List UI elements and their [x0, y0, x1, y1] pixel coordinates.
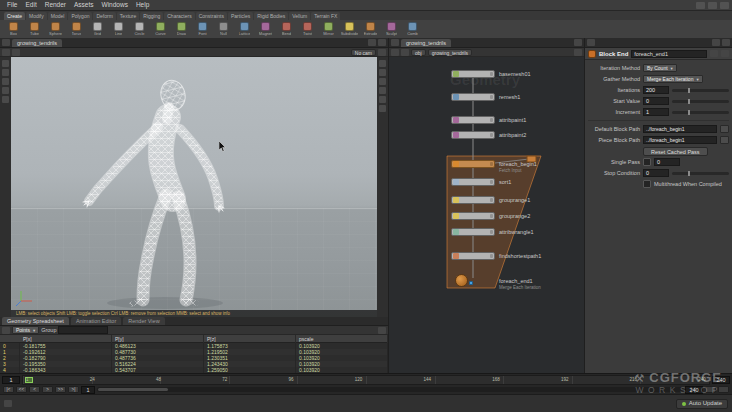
shelf-tool-sculpt[interactable]: Sculpt — [382, 22, 401, 36]
shading-mode-icon[interactable] — [379, 69, 386, 76]
shelf-tool-grid[interactable]: Grid — [88, 22, 107, 36]
shelf-tool-box[interactable]: Box — [4, 22, 23, 36]
shelf-tab-deform[interactable]: Deform — [93, 12, 115, 20]
shelf-tool-bend[interactable]: Bend — [277, 22, 296, 36]
node-grouprange2[interactable] — [451, 212, 495, 220]
fast-forward-button[interactable]: >> — [55, 386, 66, 393]
pin-icon[interactable] — [574, 49, 582, 56]
node-flags[interactable] — [490, 180, 493, 184]
spreadsheet-table[interactable]: P[x]P[y]P[z]pscale 0-0.1817550.4861231.1… — [0, 335, 388, 373]
view-tool-icon[interactable] — [2, 60, 9, 67]
autosave-icon[interactable] — [696, 2, 705, 9]
pane-menu-icon[interactable] — [587, 39, 595, 46]
spreadsheet-tab-1[interactable]: Animation Editor — [71, 317, 121, 325]
node-findshortestpath1[interactable] — [451, 252, 495, 260]
node-basemesh01[interactable] — [451, 70, 495, 78]
increment-field[interactable]: 1 — [643, 108, 669, 116]
node-flags[interactable] — [490, 230, 493, 234]
node-flags[interactable] — [490, 254, 493, 258]
pane-maximize-icon[interactable] — [378, 39, 386, 46]
node-attribpaint1[interactable] — [451, 116, 495, 124]
piece-block-path-field[interactable]: ../foreach_begin1 — [643, 136, 717, 144]
end-frame-field[interactable]: 240 — [712, 376, 730, 384]
node-chooser-button[interactable] — [720, 125, 729, 133]
scene-view-tab[interactable]: growing_tendrils — [12, 39, 62, 47]
current-frame-field[interactable]: 1 — [2, 376, 20, 384]
shelf-tab-rigging[interactable]: Rigging — [140, 12, 163, 20]
node-flags[interactable] — [490, 133, 493, 137]
pane-split-icon[interactable] — [368, 39, 376, 46]
iterations-field[interactable]: 200 — [643, 86, 669, 94]
node-grouprange1[interactable] — [451, 196, 495, 204]
path-node[interactable]: growing_tendrils — [428, 49, 472, 56]
rotate-tool-icon[interactable] — [2, 87, 9, 94]
camera-view-icon[interactable] — [379, 105, 386, 112]
increment-slider[interactable] — [672, 111, 729, 114]
iteration-method-select[interactable]: By Count — [643, 64, 677, 72]
path-obj[interactable]: obj — [411, 49, 426, 56]
pane-split-icon[interactable] — [574, 39, 582, 46]
pane-close-icon[interactable] — [722, 39, 730, 46]
default-block-path-field[interactable]: ../foreach_begin1 — [643, 125, 717, 133]
pane-split-icon[interactable] — [712, 39, 720, 46]
node-attribwrangle1[interactable] — [451, 228, 495, 236]
reset-cached-pass-button[interactable]: Reset Cached Pass — [643, 147, 708, 156]
shelf-tool-draw[interactable]: Draw — [172, 22, 191, 36]
display-flag[interactable] — [469, 281, 473, 285]
single-pass-checkbox[interactable] — [643, 158, 651, 166]
play-reverse-button[interactable]: < — [29, 386, 40, 393]
jump-start-button[interactable]: |< — [3, 386, 14, 393]
shelf-tool-curve[interactable]: Curve — [151, 22, 170, 36]
node-sort1[interactable] — [451, 178, 495, 186]
start-value-slider[interactable] — [672, 100, 729, 103]
shelf-tool-line[interactable]: Line — [109, 22, 128, 36]
node-flags[interactable] — [490, 162, 493, 166]
single-pass-field[interactable]: 0 — [654, 158, 680, 166]
node-flags[interactable] — [490, 214, 493, 218]
menu-assets[interactable]: Assets — [70, 0, 98, 10]
shelf-tool-lattice[interactable]: Lattice — [235, 22, 254, 36]
menu-file[interactable]: File — [3, 0, 21, 10]
lock-icon[interactable] — [710, 50, 718, 57]
pane-menu-icon[interactable] — [391, 39, 399, 46]
shelf-tool-extrude[interactable]: Extrude — [361, 22, 380, 36]
timeline-scroll-thumb[interactable] — [98, 388, 168, 391]
snapshot-icon[interactable] — [379, 96, 386, 103]
scale-tool-icon[interactable] — [2, 96, 9, 103]
back-icon[interactable] — [391, 49, 399, 56]
shelf-tool-mirror[interactable]: Mirror — [319, 22, 338, 36]
node-flags[interactable] — [490, 95, 493, 99]
shelf-tool-torus[interactable]: Torus — [67, 22, 86, 36]
shelf-tab-terrain-fx[interactable]: Terrain FX — [311, 12, 340, 20]
node-foreach_end1[interactable] — [455, 274, 468, 287]
start-value-field[interactable]: 0 — [643, 97, 669, 105]
entity-mode-select[interactable]: Points — [12, 326, 39, 334]
spreadsheet-tab-0[interactable]: Geometry Spreadsheet — [2, 317, 69, 325]
snap-icon[interactable] — [12, 49, 20, 56]
multithread-checkbox[interactable] — [643, 180, 651, 188]
shelf-tool-magnet[interactable]: Magnet — [256, 22, 275, 36]
gear-icon[interactable] — [721, 50, 729, 57]
shelf-tab-modify[interactable]: Modify — [26, 12, 47, 20]
shelf-tool-sphere[interactable]: Sphere — [46, 22, 65, 36]
shelf-tab-vellum[interactable]: Vellum — [289, 12, 310, 20]
gather-method-select[interactable]: Merge Each Iteration — [643, 75, 703, 83]
shelf-tool-tube[interactable]: Tube — [25, 22, 44, 36]
shelf-tool-font[interactable]: Font — [193, 22, 212, 36]
shelf-tool-twist[interactable]: Twist — [298, 22, 317, 36]
camera-selector[interactable]: No cam — [351, 49, 376, 56]
node-chooser-button[interactable] — [720, 136, 729, 144]
node-name-field[interactable]: foreach_end1 — [631, 50, 707, 58]
shelf-tab-rigid-bodies[interactable]: Rigid Bodies — [254, 12, 288, 20]
network-tab[interactable]: growing_tendrils — [401, 39, 451, 47]
shelf-tool-comb[interactable]: Comb — [403, 22, 422, 36]
range-start-field[interactable]: 1 — [81, 386, 95, 394]
refresh-icon[interactable] — [2, 327, 10, 334]
shelf-tool-subdivide[interactable]: Subdivide — [340, 22, 359, 36]
node-flags[interactable] — [490, 72, 493, 76]
group-field[interactable] — [58, 326, 108, 334]
node-remesh1[interactable] — [451, 93, 495, 101]
shelf-tab-polygon[interactable]: Polygon — [68, 12, 92, 20]
play-button[interactable]: > — [42, 386, 53, 393]
shelf-tool-null[interactable]: Null — [214, 22, 233, 36]
